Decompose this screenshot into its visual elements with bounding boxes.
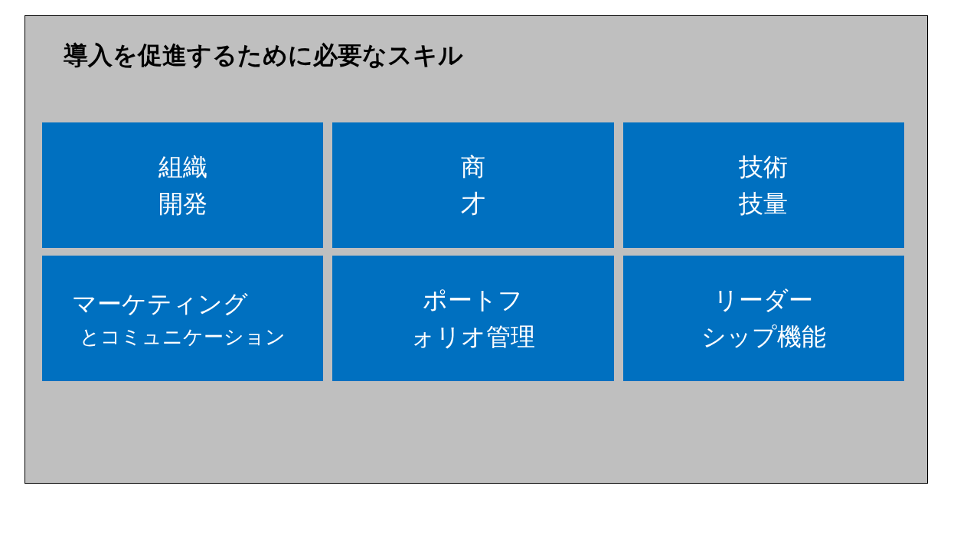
tile-text-line2: 才 (461, 185, 485, 222)
tile-text-line1: マーケティング (72, 285, 248, 322)
tile-text-line2: ォリオ管理 (410, 318, 535, 355)
tile-text-line1: 技術 (739, 148, 788, 185)
skill-tile-leadership: リーダー シップ機能 (623, 256, 904, 381)
skill-tile-portfolio: ポートフ ォリオ管理 (332, 256, 613, 381)
tile-text-line2: シップ機能 (701, 318, 826, 355)
skill-tile-organization: 組織 開発 (42, 122, 323, 248)
tile-text-line2: 技量 (739, 185, 788, 222)
tile-text-line2: とコミュニケーション (80, 322, 286, 352)
skills-grid: 組織 開発 商 才 技術 技量 マーケティング とコミュニケーション ポートフ … (42, 122, 904, 381)
tile-text-line2: 開発 (158, 185, 207, 222)
skill-tile-marketing: マーケティング とコミュニケーション (42, 256, 323, 381)
diagram-title: 導入を促進するために必要なスキル (64, 39, 904, 73)
tile-text-line1: 商 (461, 148, 485, 185)
diagram-container: 導入を促進するために必要なスキル 組織 開発 商 才 技術 技量 マーケティング… (24, 15, 928, 484)
tile-text-line1: 組織 (158, 148, 207, 185)
tile-text-line1: ポートフ (423, 282, 523, 318)
skill-tile-business: 商 才 (332, 122, 613, 248)
skill-tile-technical: 技術 技量 (623, 122, 904, 248)
tile-text-line1: リーダー (714, 282, 813, 318)
